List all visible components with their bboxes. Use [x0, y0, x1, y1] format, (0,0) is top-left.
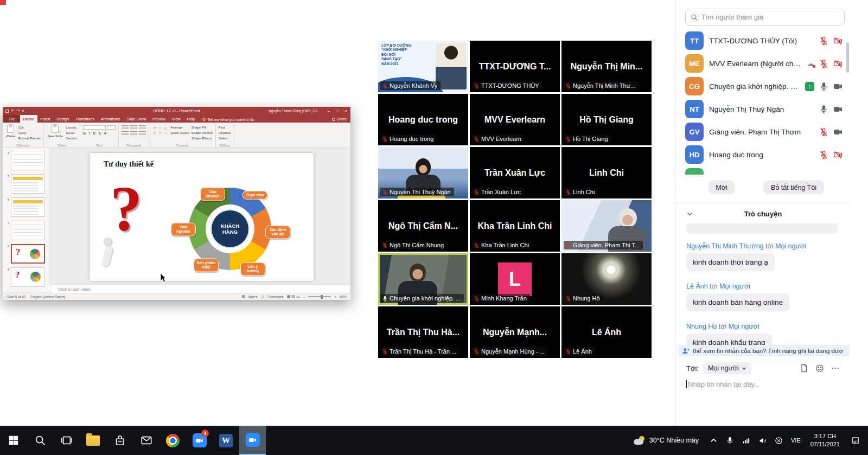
participant-row[interactable]: CGChuyên gia khởi nghiệp. NG...↑ [675, 75, 851, 98]
question-mark-graphic[interactable]: ? [110, 177, 142, 241]
participant-row[interactable] [675, 166, 851, 175]
participant-tile[interactable]: Ngô Thị Cẩm N...Ngô Thị Cẩm Nhung [378, 200, 468, 252]
font-controls[interactable]: B I U S A [83, 124, 116, 135]
powerpoint-window[interactable]: ↶ ↷ ▾ DŨNG 12 -9 - PowerPoint Nguyễn Thà… [3, 107, 350, 300]
chat-target[interactable]: Mọi người [719, 283, 750, 290]
shape-fill-button[interactable]: Shape Fill [192, 125, 213, 129]
weather-widget[interactable]: 30°C Nhiều mây [627, 436, 705, 445]
select-button[interactable]: Select [219, 136, 231, 140]
powerpoint-titlebar[interactable]: ↶ ↷ ▾ DŨNG 12 -9 - PowerPoint Nguyễn Thà… [3, 107, 350, 115]
maximize-button[interactable]: □ [333, 107, 342, 115]
tray-mic-button[interactable] [722, 437, 738, 445]
tell-me-box[interactable]: Tell me what you want to do [202, 118, 254, 123]
shape-outline-button[interactable]: Shape Outline [192, 131, 213, 134]
slide[interactable]: Tư duy thiết kế ? KHÁCH HÀNG Câu chuyệnT… [90, 153, 314, 281]
notes-pane[interactable]: Click to add notes [50, 285, 350, 293]
search-input[interactable] [701, 13, 839, 21]
slide-thumbnail[interactable]: 6 [4, 197, 49, 217]
redo-icon[interactable]: ↷ [16, 108, 20, 113]
participant-tile[interactable]: Kha Trần Linh ChiKha Trần Linh Chi [470, 200, 560, 252]
tray-app-button[interactable] [770, 437, 787, 445]
reset-button[interactable]: Reset [66, 131, 78, 134]
ribbon-tab-insert[interactable]: Insert [37, 115, 54, 123]
zoom-slider[interactable] [308, 296, 331, 297]
participant-tile[interactable]: MVV EverlearnMVV Everlearn [470, 94, 560, 145]
diagram-center[interactable]: KHÁCH HÀNG [210, 209, 250, 248]
recipient-dropdown[interactable]: Mọi người [703, 362, 751, 374]
taskbar-clock[interactable]: 3:17 CH 07/11/2021 [805, 432, 845, 449]
participant-tile[interactable]: Nguyễn Thị Min...Nguyễn Thị Minh Thư... [561, 41, 652, 92]
scrollbar[interactable] [846, 42, 849, 73]
slide-thumbnail[interactable]: 9 [4, 267, 49, 287]
chat-target[interactable]: Mọi người [729, 323, 760, 330]
chat-notification-banner[interactable]: thể xem tin nhắn của bạn? Tính năng ghi … [679, 345, 850, 356]
more-options-icon[interactable]: ⋯ [831, 363, 840, 373]
invite-button[interactable]: Mời [709, 181, 735, 194]
participant-tile[interactable]: Nguyễn Thị Thuỳ Ngân [378, 147, 468, 198]
file-explorer-button[interactable] [80, 426, 106, 455]
zoom-in-button[interactable]: + [334, 295, 336, 299]
chrome-button[interactable] [159, 426, 186, 455]
save-icon[interactable] [5, 110, 9, 113]
unmute-me-button[interactable]: Bỏ tắt tiếng Tôi [763, 181, 824, 194]
close-button[interactable]: × [342, 107, 350, 115]
view-buttons[interactable]: ▦ ▥ ▭ [287, 294, 300, 299]
participant-row[interactable]: HDHoang duc trong [675, 143, 851, 166]
paragraph-controls[interactable] [122, 124, 146, 136]
ribbon-tab-help[interactable]: Help [183, 115, 198, 123]
arrange-button[interactable]: Arrange [170, 125, 189, 129]
font-style-buttons[interactable]: B I U S A [83, 131, 116, 135]
participant-tile[interactable]: Linh ChiLinh Chi [561, 147, 652, 198]
chat-target[interactable]: Mọi người [775, 242, 806, 250]
slide-canvas-area[interactable]: Tư duy thiết kế ? KHÁCH HÀNG Câu chuyệnT… [50, 148, 350, 285]
minimize-button[interactable]: – [324, 107, 333, 115]
slide-thumbnail[interactable]: 5 [4, 174, 49, 194]
chat-header[interactable]: Trò chuyện [675, 207, 851, 221]
slide-title[interactable]: Tư duy thiết kế [104, 160, 154, 169]
participant-tile[interactable]: Nguyễn Mạnh...Nguyễn Mạnh Hùng - ... [470, 306, 560, 358]
notes-toggle[interactable]: Notes [248, 295, 257, 299]
chat-sender[interactable]: Nhung Hồ [686, 323, 717, 330]
chat-sender[interactable]: Lê Ánh [686, 283, 708, 290]
figure-graphic[interactable] [100, 238, 117, 271]
ribbon-tab-animations[interactable]: Animations [98, 115, 124, 123]
participant-tile[interactable]: Lê ÁnhLê Ánh [561, 306, 652, 358]
ribbon-tab-file[interactable]: File [4, 115, 20, 123]
participant-tile[interactable]: Trần Xuân LựcTrần Xuân Lực [470, 147, 560, 198]
volume-button[interactable] [754, 437, 770, 445]
zoom-meeting-window-button[interactable] [239, 426, 266, 455]
shape-gallery[interactable]: ▭○△◇☆→ [152, 124, 168, 135]
ribbon-tab-review[interactable]: Review [149, 115, 169, 123]
slide-thumbnail[interactable]: 8 [4, 244, 49, 264]
font-size-box[interactable] [107, 125, 116, 130]
file-attach-icon[interactable] [800, 364, 808, 373]
start-button[interactable] [0, 426, 27, 455]
participant-tile[interactable]: TTXT-DƯƠNG T...TTXT-DƯƠNG THỦY [470, 41, 560, 92]
customer-cycle-diagram[interactable]: KHÁCH HÀNG Câu chuyệnThấu cảmXác định vấ… [189, 188, 271, 270]
chevron-down-icon[interactable] [686, 210, 693, 217]
participant-row[interactable]: NTNguyễn Thị Thuỳ Ngân [675, 98, 851, 120]
ribbon-tab-slide-show[interactable]: Slide Show [123, 115, 149, 123]
layout-button[interactable]: Layout [66, 125, 78, 129]
font-name-box[interactable] [83, 125, 106, 130]
account-name[interactable]: Nguyễn Thành Đồng (ĐKD_10... [269, 109, 320, 113]
replace-button[interactable]: Replace [219, 131, 231, 134]
share-button[interactable]: Share [332, 117, 347, 121]
slide-thumbnail-panel[interactable]: 456789 [3, 148, 50, 293]
zoom-app-button[interactable]: 4 [186, 426, 213, 455]
participant-tile[interactable]: Giảng viên. Phạm Thị T... [561, 200, 652, 252]
format-painter-button[interactable]: Format Painter [18, 136, 41, 140]
quick-styles-button[interactable]: Quick Styles [170, 131, 189, 134]
taskbar-search-button[interactable] [27, 426, 53, 455]
cut-button[interactable]: Cut [18, 125, 41, 129]
mail-button[interactable] [133, 426, 159, 455]
ribbon-tab-transitions[interactable]: Transitions [72, 115, 98, 123]
copy-button[interactable]: Copy [18, 131, 41, 134]
participant-row[interactable]: MEMVV Everlearn (Người chủ trì)☁ [675, 52, 851, 75]
language-status[interactable]: English (United States) [30, 295, 65, 299]
language-indicator[interactable]: VIE [787, 437, 805, 444]
ribbon-tab-design[interactable]: Design [54, 115, 72, 123]
participant-tile[interactable]: LMinh Khang Trần [470, 253, 560, 305]
participant-tile[interactable]: Hoang duc trongHoang duc trong [378, 94, 468, 145]
slide-thumbnail[interactable]: 4 [4, 151, 49, 170]
